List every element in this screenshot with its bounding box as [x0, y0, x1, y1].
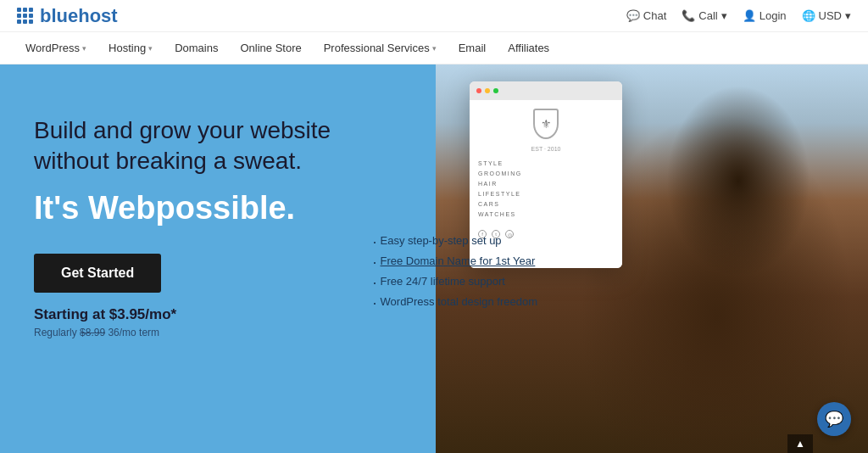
nav-label-email: Email — [459, 42, 487, 54]
logo-grid-icon — [17, 8, 33, 24]
currency-label: USD — [819, 9, 842, 22]
globe-icon: 🌐 — [802, 9, 815, 22]
mock-nav-cars: CARS — [478, 201, 614, 207]
nav-label-hosting: Hosting — [108, 42, 146, 54]
shield-logo-icon: ⚜ — [533, 109, 559, 139]
feature-text-3: Free 24/7 lifetime support — [381, 275, 505, 288]
nav-label-affiliates: Affiliates — [508, 42, 549, 54]
call-arrow: ▾ — [721, 9, 727, 22]
nav-label-wordpress: WordPress — [25, 42, 80, 54]
logo-area[interactable]: bluehost — [17, 5, 118, 27]
currency-selector[interactable]: 🌐 USD ▾ — [802, 9, 851, 22]
hero-content: Build and grow your website without brea… — [34, 115, 356, 338]
hero-headline: It's Webpossible. — [34, 191, 356, 226]
nav-label-online-store: Online Store — [240, 42, 301, 54]
nav-label-domains: Domains — [175, 42, 218, 54]
nav-item-professional-services[interactable]: Professional Services ▾ — [315, 36, 445, 59]
browser-maximize-dot — [493, 88, 498, 93]
nav-item-affiliates[interactable]: Affiliates — [499, 36, 558, 59]
chat-icon: 💬 — [626, 9, 640, 22]
mock-nav-watches: WATCHES — [478, 211, 614, 217]
top-right-actions: 💬 Chat 📞 Call ▾ 👤 Login 🌐 USD ▾ — [626, 9, 851, 22]
feature-text-1: Easy step-by-step set up — [381, 234, 502, 247]
nav-item-domains[interactable]: Domains — [166, 36, 226, 59]
login-label: Login — [760, 9, 787, 22]
currency-arrow: ▾ — [845, 9, 851, 22]
chat-bubble-icon: 💬 — [825, 410, 843, 428]
chevron-up-icon: ▲ — [795, 438, 805, 450]
browser-bar — [470, 81, 622, 100]
mock-nav-hair: HAIR — [478, 181, 614, 187]
site-logo-mock: ⚜ — [478, 109, 614, 139]
live-chat-bubble[interactable]: 💬 — [817, 402, 851, 436]
feature-item-3: Free 24/7 lifetime support — [373, 275, 537, 290]
nav-label-professional-services: Professional Services — [324, 42, 430, 54]
feature-text-4: WordPress total design freedom — [381, 295, 537, 308]
hero-section: ⚜ EST · 2010 STYLE GROOMING HAIR LIFESTY… — [0, 64, 868, 453]
hero-tagline: Build and grow your website without brea… — [34, 115, 356, 177]
user-icon: 👤 — [743, 9, 756, 22]
chat-button[interactable]: 💬 Chat — [626, 9, 666, 22]
mock-nav-lifestyle: LIFESTYLE — [478, 191, 614, 197]
feature-item-4: WordPress total design freedom — [373, 295, 537, 310]
pricing-sub: Regularly $8.99 36/mo term — [34, 327, 356, 338]
logo-text: bluehost — [40, 5, 118, 27]
feature-item-1: Easy step-by-step set up — [373, 234, 537, 249]
pricing-main: Starting at $3.95/mo* — [34, 306, 356, 323]
nav-item-hosting[interactable]: Hosting ▾ — [100, 36, 161, 59]
feature-text-2: Free Domain Name for 1st Year — [381, 254, 536, 267]
pricing-sub-prefix: Regularly — [34, 327, 80, 338]
feature-item-2: Free Domain Name for 1st Year — [373, 254, 537, 270]
site-name-mock: EST · 2010 — [478, 146, 614, 152]
mock-nav-style: STYLE — [478, 160, 614, 166]
browser-close-dot — [476, 88, 481, 93]
nav-item-online-store[interactable]: Online Store — [231, 36, 309, 59]
get-started-button[interactable]: Get Started — [34, 254, 161, 293]
main-nav: WordPress ▾ Hosting ▾ Domains Online Sto… — [0, 32, 868, 64]
login-button[interactable]: 👤 Login — [743, 9, 787, 22]
call-label: Call — [698, 9, 717, 22]
hosting-dropdown-arrow: ▾ — [148, 44, 153, 53]
mock-nav-grooming: GROOMING — [478, 171, 614, 176]
top-bar: bluehost 💬 Chat 📞 Call ▾ 👤 Login 🌐 USD ▾ — [0, 0, 868, 32]
site-nav-mock: STYLE GROOMING HAIR LIFESTYLE CARS WATCH… — [478, 160, 614, 217]
features-list: Easy step-by-step set up Free Domain Nam… — [373, 234, 537, 316]
phone-icon: 📞 — [682, 9, 695, 22]
wordpress-dropdown-arrow: ▾ — [82, 44, 86, 53]
pricing-original: $8.99 — [80, 327, 105, 338]
call-button[interactable]: 📞 Call ▾ — [682, 9, 726, 22]
browser-minimize-dot — [485, 88, 490, 93]
chat-label: Chat — [643, 9, 666, 22]
nav-item-wordpress[interactable]: WordPress ▾ — [17, 36, 95, 59]
scroll-to-top-button[interactable]: ▲ — [787, 434, 813, 453]
pro-services-dropdown-arrow: ▾ — [432, 44, 437, 53]
pricing-term: 36/mo term — [105, 327, 159, 338]
nav-item-email[interactable]: Email — [450, 36, 495, 59]
